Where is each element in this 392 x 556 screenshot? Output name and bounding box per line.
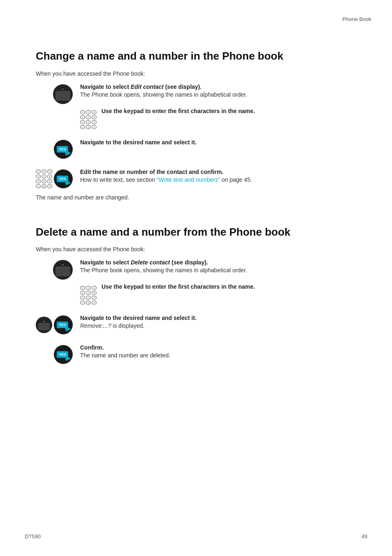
keypad-icon-3: ① ② ③ ④ ① ④ ② ④ ⑤ ⊙ ⓪ ⊙ [80, 286, 97, 305]
dk5: ① [86, 291, 91, 295]
delete-step-4-desc: The name and number are deleted. [80, 352, 356, 359]
delete-step-1-text: Navigate to select Delete contact (see d… [80, 259, 356, 305]
dk6: ④ [92, 291, 97, 295]
change-steps: Navigate to select Edit contact (see dis… [36, 83, 356, 188]
header-title: Phone Book [342, 16, 371, 22]
yes-tail-2 [65, 180, 71, 186]
delete-step-3-label: Navigate to the desired name and select … [80, 315, 196, 321]
k4: ④ [80, 115, 85, 119]
nav-button-inner-2 [55, 266, 70, 276]
delete-step-3-desc: Remove:...? is displayed. [80, 322, 356, 329]
dk12: ⊙ [92, 301, 97, 305]
nav-button-2 [53, 260, 73, 280]
change-step-3-text: Navigate to the desired name and select … [80, 139, 356, 146]
k7: ② [80, 120, 85, 124]
ck9: ⑤ [47, 179, 52, 183]
delete-step-4-text: Confirm. The name and number are deleted… [80, 344, 356, 359]
change-step-1-label: Navigate to select Edit contact (see dis… [80, 83, 202, 90]
change-step-1-icon-area [36, 83, 73, 104]
change-step-3-icon-area: YES [36, 139, 73, 159]
combo-icon-1: ① ② ③ ④ ① ④ ② ④ ⑤ ⊙ ⓪ ⊙ [36, 169, 73, 188]
ck11: ⓪ [42, 184, 46, 188]
page-number: 49 [362, 533, 367, 540]
dk2: ② [86, 286, 91, 290]
k6: ④ [92, 115, 97, 119]
yes-button-3: YES [54, 315, 73, 334]
ck3: ③ [47, 169, 52, 174]
nav-button [53, 84, 73, 104]
delete-step-1-label: Navigate to select Delete contact (see d… [80, 259, 208, 266]
yes-tail-3 [65, 326, 71, 332]
change-step-3-label: Navigate to the desired name and select … [80, 139, 196, 146]
delete-section-title: Delete a name and a number from the Phon… [36, 225, 356, 239]
yes-button-2: YES [54, 169, 73, 188]
change-step-4-text: Edit the name or number of the contact a… [80, 169, 356, 183]
change-section: Change a name and a number in the Phone … [36, 49, 356, 201]
yes-tail-4 [65, 356, 71, 361]
dk4: ④ [80, 291, 85, 295]
dk7: ② [80, 296, 85, 300]
write-text-link[interactable]: "Write text and numbers" [157, 176, 220, 183]
delete-section: Delete a name and a number from the Phon… [36, 225, 356, 364]
delete-steps: Navigate to select Delete contact (see d… [36, 259, 356, 364]
combo-icon-2: YES [36, 315, 73, 334]
dk1: ① [80, 286, 85, 290]
dk10: ⊙ [80, 301, 85, 305]
dk3: ③ [92, 286, 97, 290]
delete-step-3-text: Navigate to the desired name and select … [80, 315, 356, 329]
change-step-1-desc: The Phone book opens, showing the names … [80, 91, 356, 98]
ck4: ④ [36, 174, 41, 178]
k9: ⑤ [92, 120, 97, 124]
delete-step-1-desc: The Phone book opens, showing the names … [80, 267, 356, 273]
k10: ⊙ [80, 125, 85, 129]
delete-step-4-label: Confirm. [80, 344, 104, 351]
ck8: ④ [42, 179, 46, 183]
delete-step-1-icon-area [36, 259, 73, 280]
ck1: ① [36, 169, 41, 174]
delete-step-4: YES Confirm. The name and number are del… [36, 344, 356, 364]
delete-step-2-label: Use the keypad to enter the first charac… [101, 283, 255, 290]
change-step-2-label: Use the keypad to enter the first charac… [101, 108, 255, 114]
page-header: Phone Book [342, 16, 371, 22]
change-step-4-label: Edit the name or number of the contact a… [80, 169, 223, 175]
change-step-4-icon-area: ① ② ③ ④ ① ④ ② ④ ⑤ ⊙ ⓪ ⊙ [36, 169, 73, 188]
nav-button-3 [36, 317, 52, 333]
ck7: ② [36, 179, 41, 183]
ck2: ② [42, 169, 46, 174]
change-result: The name and number are changed. [36, 194, 356, 201]
model-label: DT590 [25, 533, 41, 540]
change-step-3: YES Navigate to the desired name and sel… [36, 139, 356, 159]
k3: ③ [92, 110, 97, 114]
change-step-1: Navigate to select Edit contact (see dis… [36, 83, 356, 129]
k12: ⊙ [92, 125, 97, 129]
page-footer-model: DT590 [25, 533, 41, 540]
dk11: ⓪ [86, 301, 91, 305]
delete-step-3: YES Navigate to the desired name and sel… [36, 315, 356, 334]
change-step-4-desc: How to write text, see section "Write te… [80, 176, 356, 183]
k5: ① [86, 115, 91, 119]
k2: ② [86, 110, 91, 114]
delete-step-4-icon-area: YES [36, 344, 73, 364]
delete-step-2-inline: ① ② ③ ④ ① ④ ② ④ ⑤ ⊙ ⓪ ⊙ [80, 283, 356, 305]
dk8: ④ [86, 296, 91, 300]
yes-button-4: YES [54, 345, 73, 364]
nav-button-inner [55, 91, 70, 101]
k11: ⓪ [86, 125, 91, 129]
k1: ① [80, 110, 85, 114]
dk9: ⑤ [92, 296, 97, 300]
delete-step-1: Navigate to select Delete contact (see d… [36, 259, 356, 305]
ck5: ① [42, 174, 46, 178]
yes-tail-1 [65, 151, 71, 156]
change-step-1-text: Navigate to select Edit contact (see dis… [80, 83, 356, 129]
ck12: ⊙ [47, 184, 52, 188]
delete-step-3-icon-area: YES [36, 315, 73, 334]
keypad-icon-2: ① ② ③ ④ ① ④ ② ④ ⑤ ⊙ ⓪ ⊙ [36, 169, 52, 188]
keypad-icon: ① ② ③ ④ ① ④ ② ④ ⑤ ⊙ ⓪ ⊙ [80, 110, 97, 129]
change-section-title: Change a name and a number in the Phone … [36, 49, 356, 63]
ck6: ④ [47, 174, 52, 178]
change-step-4: ① ② ③ ④ ① ④ ② ④ ⑤ ⊙ ⓪ ⊙ [36, 169, 356, 188]
change-intro: When you have accessed the Phone book: [36, 70, 356, 77]
k8: ④ [86, 120, 91, 124]
content-area: Change a name and a number in the Phone … [11, 0, 381, 422]
delete-intro: When you have accessed the Phone book: [36, 246, 356, 253]
